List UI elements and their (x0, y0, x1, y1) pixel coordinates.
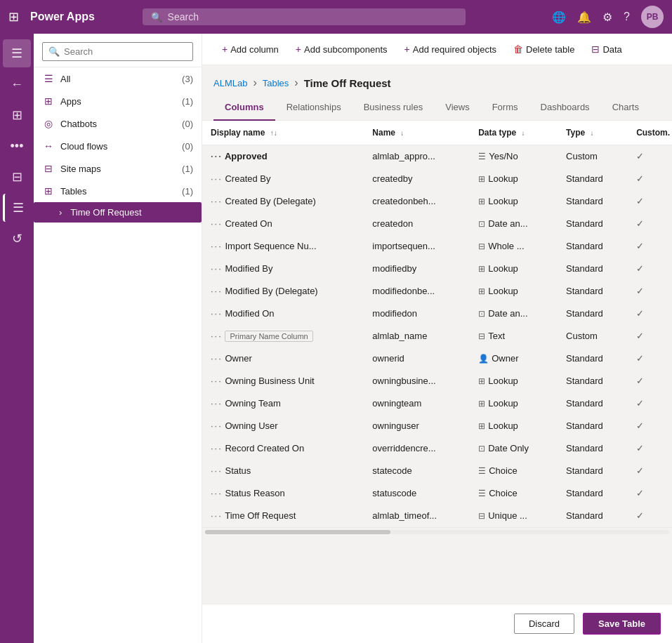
type-value: Standard (558, 415, 628, 437)
table-row[interactable]: ··· Approvedalmlab_appro...☰Yes/NoCustom… (202, 145, 672, 168)
waffle-icon[interactable]: ⊞ (8, 9, 19, 25)
globe-icon[interactable]: 🌐 (552, 11, 566, 24)
breadcrumb-almlab[interactable]: ALMLab (213, 78, 247, 88)
row-menu-dots[interactable]: ··· (211, 286, 223, 296)
table-row[interactable]: ··· Modified By (Delegate)modifiedonbe..… (202, 280, 672, 303)
row-menu-dots[interactable]: ··· (211, 443, 223, 453)
row-menu-dots[interactable]: ··· (211, 376, 223, 386)
scroll-thumb[interactable] (205, 530, 390, 534)
sidebar-item-all[interactable]: ☰ All (3) (34, 67, 202, 90)
row-menu-dots[interactable]: ··· (211, 308, 223, 319)
help-icon[interactable]: ? (624, 11, 630, 23)
check-icon: ✓ (636, 331, 644, 341)
row-menu-dots[interactable]: ··· (211, 331, 223, 341)
delete-table-button[interactable]: 🗑 Delete table (505, 39, 583, 59)
tab-relationships[interactable]: Relationships (275, 95, 353, 121)
tab-dashboards[interactable]: Dashboards (529, 95, 601, 121)
sidebar-item-chatbots[interactable]: ◎ Chatbots (0) (34, 112, 202, 135)
row-menu-dots[interactable]: ··· (211, 398, 223, 409)
horizontal-scrollbar[interactable] (202, 527, 672, 536)
data-button[interactable]: ⊟ Data (583, 39, 630, 59)
bell-icon[interactable]: 🔔 (577, 11, 591, 24)
avatar[interactable]: PB (641, 6, 664, 28)
col-header-name[interactable]: Name ↓ (364, 121, 470, 145)
display-name-value: Created By (225, 173, 270, 184)
left-icon-back[interactable]: ← (3, 70, 31, 98)
global-search-input[interactable] (168, 11, 457, 22)
sidebar-item-apps[interactable]: ⊞ Apps (1) (34, 90, 202, 112)
left-icon-history[interactable]: ↺ (3, 225, 31, 253)
customizable-value: ✓ (628, 258, 672, 280)
side-search-icon: 🔍 (48, 46, 60, 57)
table-row[interactable]: ··· Record Created Onoverriddencre...⊡Da… (202, 437, 672, 460)
sidebar-count-tables: (1) (182, 186, 193, 197)
tab-views[interactable]: Views (434, 95, 480, 121)
add-subcomponents-button[interactable]: + Add subcomponents (287, 39, 396, 59)
side-panel: 🔍 ☰ All (3) ⊞ Apps (1) ◎ Chatbots (0) ↔ … (34, 34, 202, 643)
table-row[interactable]: ··· Import Sequence Nu...importsequen...… (202, 235, 672, 258)
table-row[interactable]: ··· Owning Business Unitowningbusine...⊞… (202, 370, 672, 392)
tab-forms[interactable]: Forms (481, 95, 529, 121)
left-icon-create[interactable]: ⊟ (3, 163, 31, 191)
row-menu-dots[interactable]: ··· (211, 218, 223, 229)
table-row[interactable]: ··· Status Reasonstatuscode☰ChoiceStanda… (202, 482, 672, 505)
dtype-icon: ⊞ (478, 399, 485, 409)
table-row[interactable]: ··· Time Off Requestalmlab_timeof...⊟Uni… (202, 505, 672, 527)
tab-columns[interactable]: Columns (213, 95, 275, 121)
col-header-data-type[interactable]: Data type ↓ (470, 121, 558, 145)
breadcrumb: ALMLab › Tables › Time Off Request (202, 65, 672, 89)
left-icon-dots[interactable]: ••• (3, 132, 31, 160)
col-header-type[interactable]: Type ↓ (558, 121, 628, 145)
check-icon: ✓ (636, 173, 644, 184)
table-row[interactable]: ··· Owning Userowninguser⊞LookupStandard… (202, 415, 672, 437)
row-menu-dots[interactable]: ··· (211, 420, 223, 431)
gear-icon[interactable]: ⚙ (602, 11, 612, 24)
sidebar-item-tables[interactable]: ⊞ Tables (1) (34, 180, 202, 202)
table-row[interactable]: ··· Ownerownerid👤OwnerStandard✓ (202, 347, 672, 370)
tab-charts[interactable]: Charts (601, 95, 650, 121)
discard-button[interactable]: Discard (514, 614, 574, 634)
row-menu-dots[interactable]: ··· (211, 241, 223, 251)
data-type-value: ⊡Date Only (470, 437, 558, 460)
row-menu-dots[interactable]: ··· (211, 196, 223, 206)
global-search-bar[interactable]: 🔍 (143, 8, 466, 25)
data-type-value: ⊞Lookup (470, 190, 558, 213)
table-row[interactable]: ··· Created By (Delegate)createdonbeh...… (202, 190, 672, 213)
table-row[interactable]: ··· Created Bycreatedby⊞LookupStandard✓ (202, 168, 672, 190)
add-column-button[interactable]: + Add column (213, 39, 287, 59)
row-menu-dots[interactable]: ··· (211, 173, 223, 184)
table-row[interactable]: ··· Primary Name Columnalmlab_name⊟TextC… (202, 325, 672, 347)
side-search-input[interactable] (64, 46, 187, 57)
table-row[interactable]: ··· Modified Bymodifiedby⊞LookupStandard… (202, 258, 672, 280)
tab-business-rules[interactable]: Business rules (353, 95, 435, 121)
row-menu-dots[interactable]: ··· (211, 353, 223, 364)
sidebar-label-site-maps: Site maps (60, 164, 176, 174)
display-name-value: Approved (225, 151, 268, 161)
row-menu-dots[interactable]: ··· (211, 488, 223, 498)
col-header-display-name[interactable]: Display name ↑↓ (202, 121, 364, 145)
type-value: Custom (558, 325, 628, 347)
table-row[interactable]: ··· Owning Teamowningteam⊞LookupStandard… (202, 392, 672, 415)
row-menu-dots[interactable]: ··· (211, 263, 223, 274)
sidebar-item-time-off-request[interactable]: › Time Off Request (34, 202, 202, 223)
breadcrumb-tables[interactable]: Tables (263, 78, 289, 88)
sidebar-count-chatbots: (0) (182, 119, 193, 129)
save-table-button[interactable]: Save Table (583, 613, 661, 635)
sidebar-item-cloud-flows[interactable]: ↔ Cloud flows (0) (34, 135, 202, 157)
sidebar-count-site-maps: (1) (182, 164, 193, 174)
sidebar-item-site-maps[interactable]: ⊟ Site maps (1) (34, 157, 202, 180)
row-menu-dots[interactable]: ··· (211, 151, 223, 161)
type-value: Standard (558, 280, 628, 303)
row-menu-dots[interactable]: ··· (211, 465, 223, 476)
cloud-flows-icon: ↔ (42, 140, 55, 152)
table-row[interactable]: ··· Statusstatecode☰ChoiceStandard✓ (202, 460, 672, 482)
left-icon-menu[interactable]: ☰ (3, 39, 31, 67)
left-icon-home[interactable]: ⊞ (3, 101, 31, 129)
table-row[interactable]: ··· Created Oncreatedon⊡Date an...Standa… (202, 213, 672, 235)
table-row[interactable]: ··· Modified Onmodifiedon⊡Date an...Stan… (202, 303, 672, 325)
table-area[interactable]: Display name ↑↓ Name ↓ Data type ↓ Type … (202, 121, 672, 604)
side-search-box[interactable]: 🔍 (42, 42, 193, 61)
left-icon-list[interactable]: ☰ (3, 194, 31, 222)
add-required-button[interactable]: + Add required objects (396, 39, 505, 59)
row-menu-dots[interactable]: ··· (211, 510, 223, 521)
